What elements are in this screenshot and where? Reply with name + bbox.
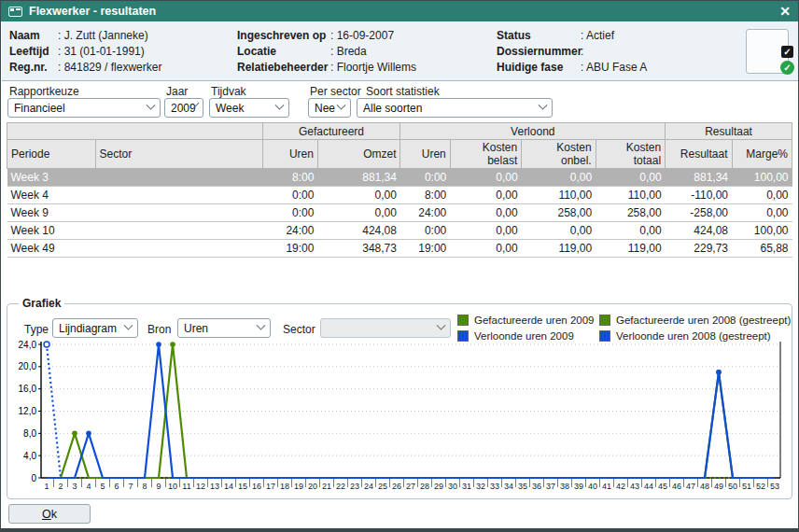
svg-text:36: 36: [532, 482, 541, 491]
jaar-select[interactable]: 2009: [164, 98, 203, 118]
svg-text:28: 28: [420, 482, 429, 491]
rapportkeuze-select[interactable]: Financieel: [7, 98, 161, 118]
sector-select: [320, 318, 451, 338]
grafiek-groupbox: Grafiek Type Lijndiagram Bron Uren Secto…: [7, 303, 792, 499]
group-header-row: Gefactureerd Verloond Resultaat: [7, 123, 792, 140]
field-relatiebeheerder: RelatiebeheerderFloortje Willems: [237, 61, 416, 74]
svg-text:50: 50: [728, 482, 737, 491]
svg-text:43: 43: [630, 482, 639, 491]
field-leeftijd: Leeftijd31 (01-01-1991): [9, 45, 145, 58]
svg-text:44: 44: [644, 482, 653, 491]
jaar-label: Jaar: [166, 85, 188, 98]
svg-text:19: 19: [294, 482, 303, 491]
svg-text:34: 34: [504, 482, 513, 491]
svg-text:52: 52: [756, 482, 765, 491]
svg-text:7: 7: [128, 482, 133, 491]
svg-text:17: 17: [266, 482, 275, 491]
svg-text:16,0: 16,0: [19, 384, 37, 394]
svg-text:26: 26: [392, 482, 401, 491]
tijdvak-select[interactable]: Week: [209, 98, 289, 118]
table-row[interactable]: Week 9 0:000,00 24:000,00 258,00258,00 -…: [7, 204, 792, 222]
flexwerker-card-icon: [8, 7, 22, 17]
type-label: Type: [24, 323, 49, 336]
svg-text:2: 2: [58, 482, 63, 491]
group-gefactureerd: Gefactureerd: [262, 123, 400, 140]
field-regnr: Reg.nr.841829 / flexwerker: [9, 61, 161, 74]
svg-text:48: 48: [700, 482, 709, 491]
field-ingeschreven-op: Ingeschreven op16-09-2007: [237, 29, 394, 42]
chevron-down-icon: [147, 101, 156, 110]
col-marge[interactable]: Marge%: [732, 140, 792, 169]
col-resultaat[interactable]: Resultaat: [666, 140, 732, 169]
svg-text:6: 6: [114, 482, 119, 491]
svg-text:15: 15: [238, 482, 247, 491]
svg-text:0: 0: [31, 473, 36, 483]
type-select[interactable]: Lijndiagram: [52, 318, 138, 338]
table-row[interactable]: Week 4 0:000,00 8:000,00 110,00110,00 -1…: [7, 187, 792, 204]
svg-text:18: 18: [280, 482, 289, 491]
svg-text:11: 11: [182, 482, 190, 491]
legend-gefactureerde-2009: Gefactureerde uren 2009: [457, 315, 595, 326]
col-sector[interactable]: Sector: [95, 140, 262, 169]
svg-text:4,0: 4,0: [23, 451, 36, 461]
svg-text:53: 53: [770, 482, 779, 491]
column-header-row: Periode Sector Uren Omzet Uren Kosten be…: [7, 140, 792, 169]
svg-text:1: 1: [44, 482, 49, 491]
svg-text:42: 42: [616, 482, 625, 491]
table-row[interactable]: Week 3 8:00881,34 0:000,00 0,000,00 881,…: [7, 169, 792, 187]
col-gefact-uren[interactable]: Uren: [262, 140, 317, 169]
svg-text:16: 16: [252, 482, 261, 491]
legend-gefactureerde-2008: Gefactureerde uren 2008 (gestreept): [599, 315, 791, 326]
table-row[interactable]: Week 10 24:00424,08 0:000,00 0,000,00 42…: [7, 222, 792, 240]
svg-text:13: 13: [210, 482, 219, 491]
col-kosten-onbel[interactable]: Kosten onbel.: [522, 140, 596, 169]
svg-text:39: 39: [574, 482, 583, 491]
field-dossiernummer: Dossiernummer: [497, 45, 583, 58]
svg-text:33: 33: [490, 482, 499, 491]
col-verloond-uren[interactable]: Uren: [400, 140, 450, 169]
window-title: Flexwerker - resultaten: [29, 5, 156, 18]
svg-text:24,0: 24,0: [19, 340, 37, 350]
report-filter-bar: Rapportkeuze Jaar Tijdvak Per sector Soo…: [2, 82, 799, 121]
svg-text:12: 12: [196, 482, 205, 491]
ok-button[interactable]: Ok: [8, 504, 91, 524]
svg-text:23: 23: [350, 482, 359, 491]
svg-text:29: 29: [434, 482, 443, 491]
svg-text:8: 8: [142, 482, 147, 491]
title-bar: Flexwerker - resultaten ✕: [1, 1, 798, 21]
svg-text:8,0: 8,0: [23, 428, 36, 439]
field-status: StatusActief: [497, 29, 614, 42]
svg-text:30: 30: [448, 482, 457, 491]
chevron-down-icon: [437, 321, 446, 330]
svg-text:46: 46: [672, 482, 681, 491]
chevron-down-icon: [124, 321, 133, 330]
chevron-down-icon: [275, 101, 285, 110]
svg-text:38: 38: [560, 482, 569, 491]
per-sector-label: Per sector: [310, 85, 361, 98]
chevron-down-icon: [337, 101, 346, 110]
svg-text:20: 20: [308, 482, 317, 491]
flexwerker-window: Flexwerker - resultaten ✕ NaamJ. Zutt (J…: [0, 0, 799, 532]
chevron-down-icon: [257, 321, 266, 330]
col-kosten-belast[interactable]: Kosten belast: [450, 140, 521, 169]
group-resultaat: Resultaat: [666, 123, 792, 140]
per-sector-select[interactable]: Nee: [308, 98, 351, 118]
svg-text:45: 45: [658, 482, 667, 491]
close-icon[interactable]: ✕: [779, 5, 791, 18]
svg-text:47: 47: [686, 482, 695, 491]
table-row[interactable]: Week 49 19:00348,73 19:000,00 119,00119,…: [7, 240, 792, 258]
col-kosten-totaal[interactable]: Kosten totaal: [596, 140, 665, 169]
checkbox-checked-icon[interactable]: ✓: [781, 46, 793, 58]
soort-statistiek-label: Soort statistiek: [366, 85, 440, 98]
svg-text:49: 49: [714, 482, 723, 491]
results-table: Gefactureerd Verloond Resultaat Periode …: [7, 122, 792, 258]
tijdvak-label: Tijdvak: [211, 85, 246, 98]
group-verloond: Verloond: [400, 123, 666, 140]
bron-select[interactable]: Uren: [177, 318, 271, 338]
col-omzet[interactable]: Omzet: [317, 140, 400, 169]
svg-text:32: 32: [476, 482, 485, 491]
sector-label: Sector: [283, 323, 315, 336]
col-periode[interactable]: Periode: [7, 140, 96, 169]
soort-statistiek-select[interactable]: Alle soorten: [357, 98, 553, 118]
chevron-down-icon: [539, 101, 548, 110]
